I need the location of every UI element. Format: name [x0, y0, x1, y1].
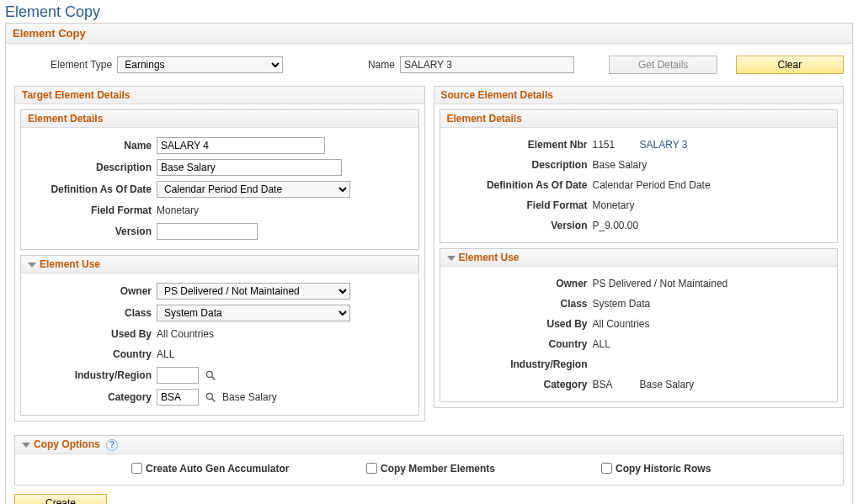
target-country-label: Country	[26, 348, 157, 360]
target-section: Target Element Details Element Details N…	[14, 86, 425, 422]
magnifier-icon[interactable]	[204, 390, 217, 404]
caret-down-icon	[447, 256, 456, 261]
copy-historic-label: Copy Historic Rows	[616, 463, 711, 475]
element-type-label: Element Type	[14, 59, 112, 71]
source-header: Source Element Details	[434, 87, 844, 104]
source-elemnbr-value: 1151	[593, 139, 635, 151]
auto-gen-label: Create Auto Gen Accumulator	[146, 463, 289, 475]
source-fieldformat-value: Monetary	[593, 199, 635, 211]
copy-historic-checkbox[interactable]	[601, 463, 612, 474]
target-owner-select[interactable]: PS Delivered / Not Maintained	[157, 283, 350, 300]
target-version-input[interactable]	[157, 223, 258, 240]
target-version-label: Version	[26, 225, 157, 237]
source-usedby-label: Used By	[445, 318, 593, 330]
target-description-input[interactable]	[157, 159, 342, 176]
page-title: Element Copy	[0, 0, 858, 23]
copy-options-header[interactable]: Copy Options ?	[15, 436, 843, 454]
source-column: Source Element Details Element Details E…	[434, 86, 845, 427]
svg-line-3	[211, 398, 215, 401]
search-row: Element Type Earnings Name Get Details C…	[6, 44, 852, 86]
clear-button[interactable]: Clear	[736, 56, 844, 74]
name-label: Name	[368, 59, 395, 71]
target-industry-label: Industry/Region	[26, 369, 157, 381]
source-fieldformat-label: Field Format	[445, 199, 593, 211]
source-description-label: Description	[445, 159, 593, 171]
source-category-value: BSA	[593, 379, 635, 390]
source-class-value: System Data	[593, 298, 651, 310]
auto-gen-checkbox[interactable]	[131, 463, 142, 474]
copy-members-label: Copy Member Elements	[381, 463, 495, 475]
source-class-label: Class	[445, 298, 593, 310]
target-industry-input[interactable]	[157, 367, 199, 384]
source-element-link[interactable]: SALARY 3	[640, 139, 688, 151]
target-category-desc: Base Salary	[222, 391, 277, 403]
target-usedby-label: Used By	[26, 328, 157, 340]
caret-down-icon	[22, 443, 30, 448]
target-description-label: Description	[26, 162, 157, 173]
target-owner-label: Owner	[26, 285, 157, 297]
source-details-section: Element Details Element Nbr 1151 SALARY …	[440, 109, 839, 243]
copy-options-section: Copy Options ? Create Auto Gen Accumulat…	[14, 435, 844, 485]
source-industry-label: Industry/Region	[445, 358, 593, 370]
panel-header: Element Copy	[6, 24, 852, 44]
source-section: Source Element Details Element Details E…	[434, 86, 845, 408]
source-elemnbr-label: Element Nbr	[445, 139, 593, 151]
source-defasof-label: Definition As Of Date	[445, 179, 593, 191]
target-use-section: Element Use Owner PS Delivered / Not Mai…	[20, 255, 419, 416]
target-class-label: Class	[26, 307, 157, 319]
target-country-value: ALL	[157, 348, 174, 360]
target-category-label: Category	[26, 391, 157, 403]
target-name-input[interactable]	[157, 137, 325, 154]
target-details-header: Element Details	[21, 110, 418, 128]
source-use-header[interactable]: Element Use	[440, 249, 838, 267]
target-name-label: Name	[26, 140, 157, 151]
source-owner-value: PS Delivered / Not Maintained	[593, 278, 728, 289]
magnifier-icon[interactable]	[204, 369, 217, 382]
source-owner-label: Owner	[445, 278, 593, 289]
target-fieldformat-value: Monetary	[157, 204, 199, 216]
svg-point-0	[206, 371, 212, 377]
target-defasof-select[interactable]: Calendar Period End Date	[157, 181, 350, 198]
svg-point-2	[206, 393, 212, 399]
source-details-header: Element Details	[440, 110, 838, 128]
source-version-value: P_9.00.00	[593, 220, 639, 231]
source-use-section: Element Use Owner PS Delivered / Not Mai…	[440, 248, 839, 402]
main-panel: Element Copy Element Type Earnings Name …	[5, 23, 853, 504]
source-country-label: Country	[445, 338, 593, 350]
source-category-desc: Base Salary	[640, 379, 695, 390]
source-version-label: Version	[445, 220, 593, 231]
copy-members-checkbox[interactable]	[366, 463, 377, 474]
element-type-select[interactable]: Earnings	[117, 56, 283, 73]
target-fieldformat-label: Field Format	[26, 204, 157, 216]
target-defasof-label: Definition As Of Date	[26, 183, 157, 195]
target-usedby-value: All Countries	[157, 328, 214, 340]
source-usedby-value: All Countries	[593, 318, 650, 330]
target-details-section: Element Details Name Description	[20, 109, 419, 250]
create-button[interactable]: Create	[14, 494, 107, 505]
source-description-value: Base Salary	[593, 159, 647, 171]
target-class-select[interactable]: System Data	[157, 305, 350, 321]
svg-line-1	[211, 376, 215, 379]
caret-down-icon	[28, 263, 36, 268]
target-column: Target Element Details Element Details N…	[14, 86, 425, 427]
target-category-input[interactable]	[157, 389, 199, 406]
source-defasof-value: Calendar Period End Date	[593, 179, 711, 191]
target-header: Target Element Details	[15, 87, 424, 104]
source-category-label: Category	[445, 379, 593, 390]
name-readonly-input	[400, 56, 574, 73]
source-country-value: ALL	[593, 338, 610, 350]
get-details-button: Get Details	[609, 56, 717, 74]
target-use-header[interactable]: Element Use	[21, 256, 418, 273]
help-icon[interactable]: ?	[106, 439, 118, 451]
